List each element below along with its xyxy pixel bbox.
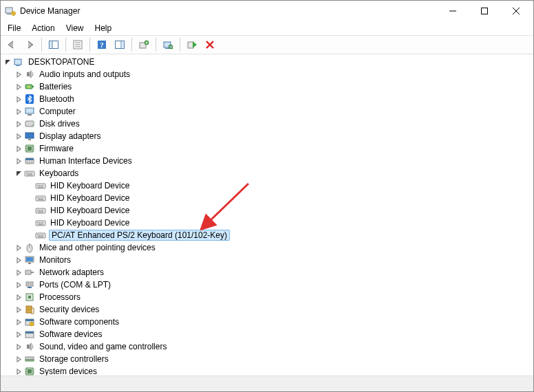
forward-button[interactable] [21,36,38,53]
monitor-icon [24,254,35,265]
tree-twisty[interactable] [13,254,24,265]
tree-twisty[interactable] [13,81,24,92]
tree-twisty[interactable] [13,168,24,179]
tree-category-net[interactable]: Network adapters [1,266,533,279]
enable-device-button[interactable] [184,36,200,53]
disk-icon [24,118,35,129]
svg-rect-6 [482,8,488,14]
menubar: File Action View Help [1,21,533,35]
tree-category-swc[interactable]: Software components [1,316,533,328]
tree-device[interactable]: HID Keyboard Device [1,204,533,217]
computer-icon [13,56,24,67]
menu-view[interactable]: View [62,23,88,34]
tree-twisty[interactable] [13,106,24,117]
tree-twisty[interactable] [13,118,24,129]
network-icon [24,267,35,278]
swc-icon [24,316,35,327]
minimize-button[interactable] [437,1,469,21]
storage-icon [24,353,35,364]
menu-action[interactable]: Action [28,23,58,34]
svg-rect-1 [7,14,11,14]
tree-twisty[interactable] [13,94,24,105]
svg-rect-20 [122,42,124,47]
tree-category-disk[interactable]: Disk drives [1,118,533,130]
maximize-button[interactable] [469,1,500,21]
toolbar-separator [131,38,132,52]
tree-category-batt[interactable]: Batteries [1,80,533,93]
menu-help[interactable]: Help [91,23,116,34]
tree-twisty[interactable] [13,242,24,253]
tree-label: HID Keyboard Device [49,193,131,203]
tree-label: HID Keyboard Device [49,206,131,215]
keyboard-icon [35,180,46,191]
tree-twisty[interactable] [13,329,24,340]
tree-category-swd[interactable]: Software devices [1,328,533,340]
tree-pane[interactable]: DESKTOPATONE Audio inputs and outputs Ba… [1,54,533,376]
keyboard-icon [35,193,46,204]
tree-twisty[interactable] [13,267,24,278]
tree-category-comp[interactable]: Computer [1,105,533,118]
tree-twisty[interactable] [13,143,24,154]
speaker-icon [24,69,35,80]
tree-twisty[interactable] [13,155,24,166]
tree-twisty[interactable] [2,56,13,67]
tree-label: Computer [38,107,77,116]
tree-category-mouse[interactable]: Mice and other pointing devices [1,241,533,254]
svg-rect-24 [165,48,169,49]
tree-category-audio[interactable]: Audio inputs and outputs [1,68,533,80]
tree-label: HID Keyboard Device [49,181,131,190]
tree-category-sec[interactable]: Security devices [1,303,533,316]
app-icon [5,6,16,17]
tree-twisty[interactable] [13,131,24,142]
tree-category-proc[interactable]: Processors [1,291,533,303]
tree-twisty[interactable] [13,316,24,327]
tree-twisty[interactable] [13,366,24,376]
titlebar: Device Manager [1,1,533,21]
tree-device[interactable]: HID Keyboard Device [1,217,533,229]
tree-category-ports[interactable]: Ports (COM & LPT) [1,279,533,291]
show-hide-console-tree-button[interactable] [45,36,62,53]
mouse-icon [24,242,35,253]
tree-root[interactable]: DESKTOPATONE [1,56,533,68]
tree-label: Human Interface Devices [38,156,134,166]
device-manager-window: Device Manager File Action View Help [0,0,534,392]
menu-file[interactable]: File [3,23,25,34]
tree-category-fw[interactable]: Firmware [1,142,533,155]
tree-category-stor[interactable]: Storage controllers [1,353,533,365]
display-icon [24,131,35,142]
help-button[interactable]: ? [94,36,110,53]
tree-category-display[interactable]: Display adapters [1,130,533,142]
tree-label: Bluetooth [38,94,76,104]
tree-category-svgc[interactable]: Sound, video and game controllers [1,340,533,353]
svg-text:?: ? [100,41,104,49]
tree-device[interactable]: PC/AT Enhanced PS/2 Keyboard (101/102-Ke… [1,229,533,241]
tree-category-sys[interactable]: System devices [1,365,533,376]
tree-label: Software components [38,317,120,327]
tree-twisty[interactable] [13,341,24,352]
tree-label: Security devices [38,305,100,314]
tree-label: Keyboards [38,168,80,178]
svg-rect-4 [12,13,15,14]
update-driver-button[interactable] [136,36,152,53]
tree-twisty[interactable] [13,304,24,315]
tree-category-bt[interactable]: Bluetooth [1,93,533,105]
tree-device[interactable]: HID Keyboard Device [1,192,533,204]
back-button[interactable] [3,36,20,53]
tree-twisty[interactable] [13,353,24,364]
tree-twisty[interactable] [13,69,24,80]
tree-category-hid[interactable]: Human Interface Devices [1,155,533,167]
tree-label: Monitors [38,255,72,265]
tree-twisty[interactable] [13,292,24,303]
tree-category-mon[interactable]: Monitors [1,254,533,266]
tree-label: Sound, video and game controllers [38,342,168,351]
tree-device[interactable]: HID Keyboard Device [1,179,533,192]
action-pane-button[interactable] [111,36,128,53]
toolbar-separator [89,38,90,52]
tree-twisty[interactable] [13,279,24,290]
properties-button[interactable] [70,36,86,53]
scan-hardware-button[interactable] [160,36,176,53]
close-button[interactable] [500,1,532,21]
uninstall-device-button[interactable] [202,36,218,53]
port-icon [24,279,35,290]
tree-category-kbd[interactable]: Keyboards [1,167,533,179]
